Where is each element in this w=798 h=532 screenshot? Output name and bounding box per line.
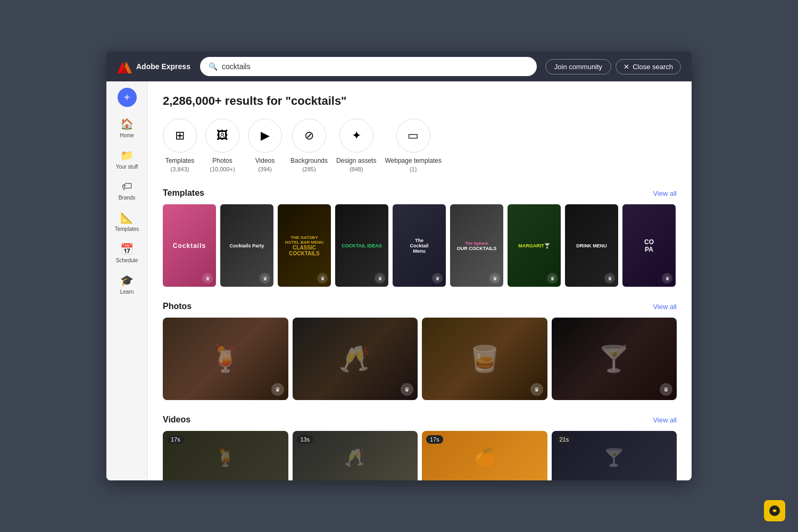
template-badge-6: ♛: [489, 273, 500, 284]
template-badge-9: ♛: [662, 273, 672, 284]
template-card-6[interactable]: The SphereOUR COCKTAILS ♛: [450, 204, 503, 287]
video-card-2[interactable]: 🥂 13s: [293, 431, 418, 480]
template-card-5[interactable]: TheCocktailMenu ♛: [393, 204, 446, 287]
photos-category-label: Photos(10,000+): [210, 157, 235, 173]
templates-row: Cocktails ♛ Cocktails Party ♛ THE GATSBY…: [163, 204, 677, 287]
close-icon: ✕: [624, 63, 629, 71]
adobe-logo-icon: [117, 59, 132, 74]
learn-icon: 🎓: [120, 274, 134, 287]
template-badge-1: ♛: [202, 273, 213, 284]
template-text-9: COPA: [625, 238, 673, 253]
home-icon: 🏠: [120, 118, 134, 130]
template-text-4: COCKTAIL IDEAS: [338, 243, 386, 248]
photo-bg-2: 🥂: [293, 318, 418, 400]
photos-row: 🍹 ♛ 🥂 ♛ 🥃 ♛: [163, 318, 677, 400]
photo-card-2[interactable]: 🥂 ♛: [293, 318, 418, 400]
templates-icon: 📐: [120, 211, 134, 224]
watermark-icon[interactable]: [764, 500, 785, 521]
video-duration-2: 13s: [297, 435, 314, 444]
sidebar-item-home[interactable]: 🏠 Home: [109, 113, 145, 143]
videos-section: Videos View all 🍹 17s 🥂 13s: [163, 415, 677, 480]
category-chip-design-assets[interactable]: ✦ Design assets(848): [336, 119, 376, 173]
category-chip-templates[interactable]: ⊞ Templates(3,843): [163, 119, 197, 173]
brands-icon: 🏷: [122, 180, 132, 193]
photo-card-1[interactable]: 🍹 ♛: [163, 318, 288, 400]
template-card-9[interactable]: COPA ♛: [622, 204, 676, 287]
photos-section-header: Photos View all: [163, 302, 677, 311]
videos-category-icon: ▶: [248, 119, 282, 153]
video-card-3[interactable]: 🍊 17s: [422, 431, 547, 480]
sidebar-item-brands[interactable]: 🏷 Brands: [109, 176, 145, 205]
photos-view-all-link[interactable]: View all: [653, 303, 677, 311]
sidebar-item-learn[interactable]: 🎓 Learn: [109, 270, 145, 299]
videos-category-label: Videos(394): [255, 157, 275, 173]
video-duration-4: 21s: [556, 435, 573, 444]
sidebar-item-your-stuff[interactable]: 📁 Your stuff: [109, 145, 145, 174]
video-card-1[interactable]: 🍹 17s: [163, 431, 288, 480]
category-chip-backgrounds[interactable]: ⊘ Backgrounds(285): [290, 119, 328, 173]
template-badge-8: ♛: [604, 273, 615, 284]
templates-section: Templates View all Cocktails ♛ Cocktails…: [163, 188, 677, 287]
templates-view-all-link[interactable]: View all: [653, 189, 677, 197]
videos-view-all-link[interactable]: View all: [653, 416, 677, 424]
template-card-2[interactable]: Cocktails Party ♛: [220, 204, 273, 287]
top-nav: Adobe Express 🔍 Join community ✕ Close s…: [106, 52, 692, 81]
template-badge-2: ♛: [260, 273, 270, 284]
category-chip-photos[interactable]: 🖼 Photos(10,000+): [205, 119, 239, 173]
search-icon: 🔍: [209, 62, 218, 71]
video-card-4[interactable]: 🍸 21s: [552, 431, 677, 480]
sidebar-item-schedule[interactable]: 📅 Schedule: [109, 238, 145, 268]
templates-category-label: Templates(3,843): [165, 157, 195, 173]
photos-section: Photos View all 🍹 ♛ 🥂 ♛: [163, 302, 677, 400]
videos-section-title: Videos: [163, 415, 190, 425]
videos-section-header: Videos View all: [163, 415, 677, 425]
search-input[interactable]: [222, 62, 528, 71]
photo-bg-3: 🥃: [422, 318, 547, 400]
photo-card-3[interactable]: 🥃 ♛: [422, 318, 547, 400]
template-card-1[interactable]: Cocktails ♛: [163, 204, 216, 287]
webpage-templates-category-label: Webpage templates(1): [385, 157, 442, 173]
template-text-5: TheCocktailMenu: [395, 238, 443, 254]
sidebar-label-schedule: Schedule: [116, 257, 138, 263]
templates-section-title: Templates: [163, 188, 204, 198]
close-search-button[interactable]: ✕ Close search: [616, 59, 681, 74]
category-row: ⊞ Templates(3,843) 🖼 Photos(10,000+) ▶ V…: [163, 119, 677, 173]
results-title: 2,286,000+ results for "cocktails": [163, 94, 677, 108]
photos-section-title: Photos: [163, 302, 192, 311]
template-card-7[interactable]: MARGARIT🍸 ♛: [508, 204, 561, 287]
sidebar-item-templates[interactable]: 📐 Templates: [109, 207, 145, 236]
app-window: Adobe Express 🔍 Join community ✕ Close s…: [106, 52, 692, 480]
sidebar-label-templates: Templates: [115, 226, 139, 232]
photos-category-icon: 🖼: [205, 119, 239, 153]
template-card-3[interactable]: THE GATSBYHOTEL BAR MENUCLASSIC COCKTAIL…: [278, 204, 331, 287]
join-community-button[interactable]: Join community: [545, 59, 611, 74]
template-badge-7: ♛: [547, 273, 558, 284]
design-assets-category-label: Design assets(848): [336, 157, 376, 173]
templates-category-icon: ⊞: [163, 119, 197, 153]
template-card-8[interactable]: DRINK MENU ♛: [565, 204, 618, 287]
sidebar: + 🏠 Home 📁 Your stuff 🏷 Brands 📐 Templat…: [106, 81, 148, 480]
design-assets-category-icon: ✦: [339, 119, 373, 153]
nav-actions: Join community ✕ Close search: [545, 59, 681, 74]
sidebar-label-your-stuff: Your stuff: [116, 164, 138, 170]
category-chip-webpage-templates[interactable]: ▭ Webpage templates(1): [385, 119, 442, 173]
template-badge-5: ♛: [432, 273, 443, 284]
category-chip-videos[interactable]: ▶ Videos(394): [248, 119, 282, 173]
template-text-6: The SphereOUR COCKTAILS: [453, 240, 501, 251]
logo-area: Adobe Express: [117, 59, 192, 74]
schedule-icon: 📅: [120, 243, 134, 255]
template-card-4[interactable]: COCKTAIL IDEAS ♛: [335, 204, 388, 287]
template-text-7: MARGARIT🍸: [510, 243, 558, 248]
photo-badge-1: ♛: [271, 383, 284, 396]
create-fab-button[interactable]: +: [118, 88, 137, 107]
template-text-1: Cocktails: [165, 242, 213, 250]
template-text-3: THE GATSBYHOTEL BAR MENUCLASSIC COCKTAIL…: [280, 235, 328, 256]
backgrounds-category-icon: ⊘: [292, 119, 326, 153]
video-duration-3: 17s: [426, 435, 443, 444]
photo-badge-2: ♛: [401, 383, 413, 396]
videos-row: 🍹 17s 🥂 13s 🍊 17s: [163, 431, 677, 480]
template-text-2: Cocktails Party: [223, 243, 271, 248]
photo-card-4[interactable]: 🍸 ♛: [552, 318, 677, 400]
photo-bg-1: 🍹: [163, 318, 288, 400]
search-bar[interactable]: 🔍: [200, 57, 537, 76]
